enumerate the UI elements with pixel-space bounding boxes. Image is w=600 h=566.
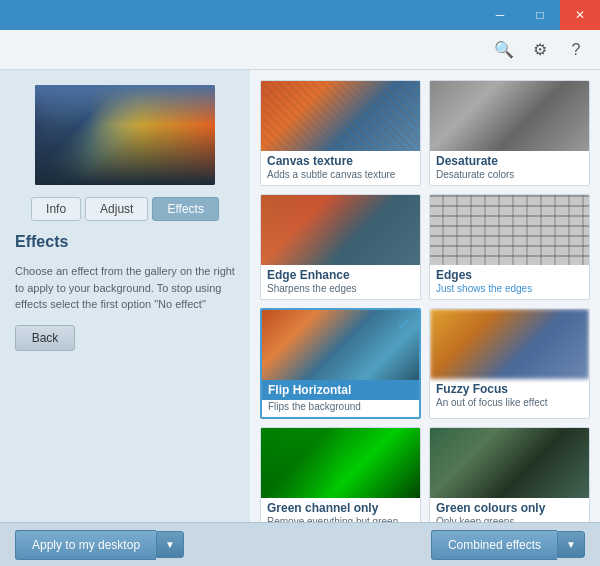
tab-info[interactable]: Info [31, 197, 81, 221]
effect-thumb-edge-enhance [261, 195, 420, 265]
effect-thumb-green-colours [430, 428, 589, 498]
effect-desaturate[interactable]: Desaturate Desaturate colors [429, 80, 590, 186]
main-content: Info Adjust Effects Effects Choose an ef… [0, 70, 600, 522]
effect-flip-horizontal[interactable]: Flip Horizontal Flips the background [260, 308, 421, 419]
effect-label-green-colours: Green colours only [430, 498, 589, 515]
title-bar-buttons: ─ □ ✕ [480, 0, 600, 30]
effect-thumb-desaturate [430, 81, 589, 151]
effects-grid: Canvas texture Adds a subtle canvas text… [260, 80, 590, 522]
apply-to-desktop-button[interactable]: Apply to my desktop [15, 530, 156, 560]
tab-adjust[interactable]: Adjust [85, 197, 148, 221]
combined-dropdown-arrow[interactable]: ▼ [557, 531, 585, 558]
apply-dropdown-arrow[interactable]: ▼ [156, 531, 184, 558]
effect-green-channel[interactable]: Green channel only Remove everything but… [260, 427, 421, 522]
effect-desc-desaturate: Desaturate colors [430, 168, 589, 185]
search-icon[interactable]: 🔍 [490, 36, 518, 64]
effect-desc-green-channel: Remove everything but green [261, 515, 420, 522]
close-button[interactable]: ✕ [560, 0, 600, 30]
effect-label-fuzzy: Fuzzy Focus [430, 379, 589, 396]
combined-effects-button[interactable]: Combined effects [431, 530, 557, 560]
effect-label-edges: Edges [430, 265, 589, 282]
effect-desc-green-colours: Only keep greens [430, 515, 589, 522]
combined-btn-group: Combined effects ▼ [431, 530, 585, 560]
effect-desc-edges: Just shows the edges [430, 282, 589, 299]
effect-desc-canvas: Adds a subtle canvas texture [261, 168, 420, 185]
effect-edge-enhance[interactable]: Edge Enhance Sharpens the edges [260, 194, 421, 300]
toolbar: 🔍 ⚙ ? [0, 30, 600, 70]
effect-fuzzy-focus[interactable]: Fuzzy Focus An out of focus like effect [429, 308, 590, 419]
effect-label-flip: Flip Horizontal [262, 380, 419, 400]
effect-desc-edge-enhance: Sharpens the edges [261, 282, 420, 299]
effect-thumb-fuzzy [430, 309, 589, 379]
preview-image [35, 85, 215, 185]
effect-thumb-flip [262, 310, 419, 380]
effect-label-canvas: Canvas texture [261, 151, 420, 168]
effect-label-edge-enhance: Edge Enhance [261, 265, 420, 282]
right-panel[interactable]: Canvas texture Adds a subtle canvas text… [250, 70, 600, 522]
section-title: Effects [15, 233, 235, 251]
effect-thumb-edges [430, 195, 589, 265]
apply-btn-group: Apply to my desktop ▼ [15, 530, 184, 560]
title-bar: ─ □ ✕ [0, 0, 600, 30]
effect-edges[interactable]: Edges Just shows the edges [429, 194, 590, 300]
effect-thumb-canvas [261, 81, 420, 151]
bottom-bar: Apply to my desktop ▼ Combined effects ▼ [0, 522, 600, 566]
back-button[interactable]: Back [15, 325, 75, 351]
maximize-button[interactable]: □ [520, 0, 560, 30]
help-icon[interactable]: ? [562, 36, 590, 64]
left-panel: Info Adjust Effects Effects Choose an ef… [0, 70, 250, 522]
section-description: Choose an effect from the gallery on the… [15, 263, 235, 313]
effect-label-green-channel: Green channel only [261, 498, 420, 515]
effect-canvas-texture[interactable]: Canvas texture Adds a subtle canvas text… [260, 80, 421, 186]
effect-desc-fuzzy: An out of focus like effect [430, 396, 589, 413]
effect-green-colours[interactable]: Green colours only Only keep greens [429, 427, 590, 522]
effect-thumb-green-channel [261, 428, 420, 498]
minimize-button[interactable]: ─ [480, 0, 520, 30]
effect-desc-flip: Flips the background [262, 400, 419, 417]
effect-label-desaturate: Desaturate [430, 151, 589, 168]
tab-effects[interactable]: Effects [152, 197, 218, 221]
tab-buttons: Info Adjust Effects [15, 197, 235, 221]
settings-icon[interactable]: ⚙ [526, 36, 554, 64]
